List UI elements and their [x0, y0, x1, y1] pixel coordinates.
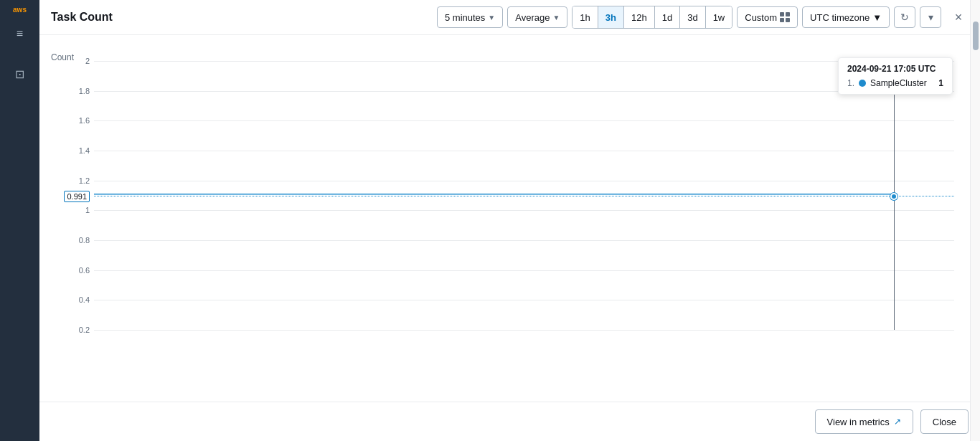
close-icon: × [955, 10, 963, 25]
custom-button[interactable]: Custom [737, 6, 798, 28]
y-tick-0-8: 0.8 [79, 236, 90, 245]
external-link-icon: ↗ [894, 417, 901, 427]
aggregation-select[interactable]: Average ▼ [507, 6, 567, 28]
y-tick-1: 1 [85, 206, 90, 214]
refresh-button[interactable]: ↻ [894, 6, 915, 28]
scrollbar-thumb[interactable] [973, 22, 979, 50]
view-metrics-label: View in metrics [827, 417, 890, 427]
aws-logo: aws [13, 6, 27, 14]
more-options-button[interactable]: ▾ [920, 6, 941, 28]
y-tick-0-2: 0.2 [79, 326, 90, 334]
interval-caret: ▼ [488, 14, 495, 22]
y-tick-0-6: 0.6 [79, 266, 90, 275]
right-scrollbar-panel [970, 0, 980, 441]
modal-header: Task Count 5 minutes ▼ Average ▼ 1h 3h 1… [39, 0, 980, 35]
grid-lines: 2 1.8 1.6 1.4 [94, 61, 954, 330]
close-footer-button[interactable]: Close [920, 409, 969, 434]
modal-footer: View in metrics ↗ Close [39, 402, 980, 441]
interval-value: 5 minutes [445, 12, 485, 23]
time-btn-3d[interactable]: 3d [680, 6, 705, 28]
grid-line-0-8: 0.8 [94, 240, 954, 241]
close-footer-label: Close [933, 417, 956, 427]
timezone-select[interactable]: UTC timezone ▼ [802, 6, 890, 28]
grid-line-1-4: 1.4 [94, 151, 954, 151]
y-tick-2: 2 [85, 57, 90, 65]
time-btn-1d[interactable]: 1d [655, 6, 680, 28]
sidebar-home-icon[interactable]: ⊡ [9, 62, 32, 85]
time-btn-3h[interactable]: 3h [598, 6, 624, 28]
timezone-caret: ▼ [872, 12, 882, 23]
y-tick-1-6: 1.6 [79, 116, 90, 125]
time-btn-1h[interactable]: 1h [573, 6, 598, 28]
aws-sidebar: aws ≡ ⊡ [0, 0, 39, 441]
highlighted-value-label: 0.991 [64, 191, 90, 202]
custom-label: Custom [745, 12, 777, 23]
chart-modal: Task Count 5 minutes ▼ Average ▼ 1h 3h 1… [39, 0, 980, 441]
timezone-label: UTC timezone [810, 12, 870, 23]
refresh-icon: ↻ [900, 11, 909, 23]
modal-title: Task Count [51, 11, 113, 24]
modal-overlay: aws ≡ ⊡ Task Count 5 minutes ▼ Average ▼ [0, 0, 980, 441]
time-btn-1w[interactable]: 1w [706, 6, 732, 28]
time-range-group: 1h 3h 12h 1d 3d 1w [572, 6, 732, 29]
y-tick-1-2: 1.2 [79, 176, 90, 185]
close-button[interactable]: × [948, 7, 969, 27]
chart-area: Count 2 1.8 [39, 35, 980, 402]
sidebar-menu-icon[interactable]: ≡ [9, 22, 32, 45]
aggregation-caret: ▼ [552, 14, 560, 22]
aggregation-value: Average [515, 12, 550, 23]
calendar-grid-icon [780, 12, 790, 22]
grid-line-1-6: 1.6 [94, 120, 954, 121]
grid-line-0-6: 0.6 [94, 270, 954, 271]
grid-line-1: 1 [94, 210, 954, 211]
grid-line-1-2: 1.2 [94, 181, 954, 181]
more-options-icon: ▾ [928, 11, 933, 23]
y-tick-1-8: 1.8 [79, 87, 90, 95]
grid-line-0-4: 0.4 [94, 300, 954, 300]
chart-container: Count 2 1.8 [51, 47, 969, 359]
grid-line-2: 2 [94, 61, 954, 62]
time-btn-12h[interactable]: 12h [624, 6, 655, 28]
y-tick-0-4: 0.4 [79, 295, 90, 304]
grid-line-0-2: 0.2 [94, 330, 954, 331]
view-metrics-button[interactable]: View in metrics ↗ [815, 409, 913, 434]
chart-inner: 2 1.8 1.6 1.4 [94, 61, 954, 330]
y-tick-1-4: 1.4 [79, 146, 90, 155]
interval-select[interactable]: 5 minutes ▼ [437, 6, 503, 28]
toolbar: 5 minutes ▼ Average ▼ 1h 3h 12h 1d 3d 1w [437, 6, 969, 29]
grid-line-1-8: 1.8 [94, 91, 954, 92]
y-axis-label: Count [51, 52, 74, 62]
